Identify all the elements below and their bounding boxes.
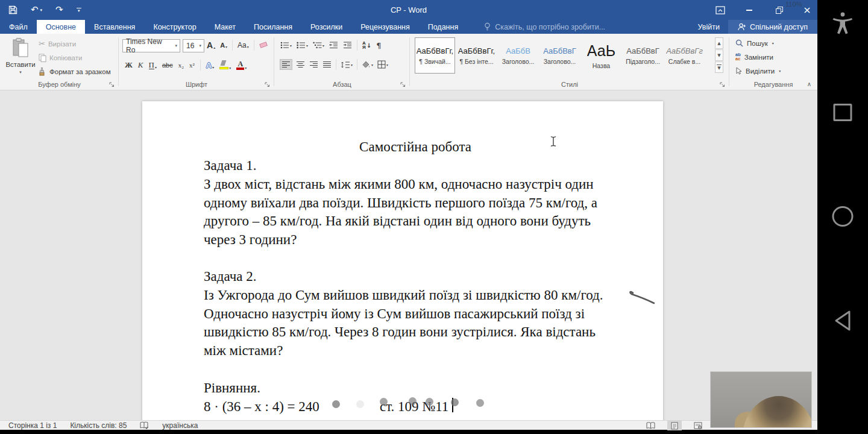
tab-insert[interactable]: Вставлення [85, 20, 144, 34]
tab-layout[interactable]: Макет [206, 20, 245, 34]
paste-label: Вставити [5, 61, 35, 68]
webcam-overlay [710, 371, 812, 428]
styles-scroll-up-button[interactable]: ▲ [715, 37, 723, 49]
cut-button[interactable]: ✂ Вирізати [39, 39, 111, 49]
copy-button[interactable]: Копіювати [39, 52, 111, 63]
font-color-button[interactable]: А▾ [236, 61, 247, 70]
align-left-button[interactable] [280, 60, 292, 69]
sign-in-button[interactable]: Увійти [690, 20, 728, 34]
share-button[interactable]: Спільний доступ [728, 20, 817, 34]
tab-view[interactable]: Подання [419, 20, 467, 34]
android-recents-button[interactable] [834, 104, 852, 121]
restore-button[interactable] [773, 5, 784, 16]
document-page[interactable]: Самостійна робота Задача 1. З двох міст,… [142, 101, 663, 420]
bold-button[interactable]: Ж [125, 60, 133, 70]
justify-button[interactable] [322, 61, 332, 68]
tab-review[interactable]: Рецензування [351, 20, 418, 34]
clipboard-dialog-launcher[interactable] [109, 82, 115, 87]
tab-mailings[interactable]: Розсилки [301, 20, 351, 34]
format-painter-button[interactable]: Формат за зразком [39, 66, 111, 77]
annotation-dot [356, 400, 364, 408]
line-spacing-button[interactable]: ▾ [341, 61, 353, 69]
page-indicator[interactable]: Сторінка 1 із 1 [8, 421, 57, 430]
zoom-level[interactable]: 110% [785, 1, 802, 8]
ribbon-display-options-button[interactable] [715, 5, 726, 16]
paragraph-dialog-launcher[interactable] [400, 82, 406, 87]
multilevel-list-button[interactable]: ▾ [313, 42, 324, 49]
font-dialog-launcher[interactable] [265, 82, 270, 87]
font-name-combo[interactable]: Times New Ro ▾ [122, 39, 180, 52]
dialog-launcher-icon [400, 82, 406, 87]
proofing-icon[interactable] [140, 421, 149, 429]
annotation-dot [476, 399, 484, 407]
shading-button[interactable]: ▾ [362, 61, 373, 69]
find-label: Пошук [747, 40, 768, 47]
underline-button[interactable]: П▾ [149, 61, 157, 69]
highlighter-icon [219, 60, 228, 70]
replace-button[interactable]: abac Замінити [735, 52, 781, 62]
replace-label: Замінити [744, 54, 773, 61]
decrease-indent-button[interactable] [329, 42, 338, 49]
styles-dialog-launcher[interactable] [720, 82, 725, 87]
style-heading2[interactable]: АаБбВвГЗаголово... [539, 37, 580, 74]
style-no-spacing[interactable]: АаБбВвГг,¶ Без інте... [456, 37, 497, 74]
paragraph-group: ▾ ▾ ▾ [274, 34, 410, 90]
align-center-button[interactable] [296, 61, 305, 68]
paste-button[interactable]: Вставити ▾ [5, 38, 36, 81]
tab-references[interactable]: Посилання [245, 20, 301, 34]
styles-more-button[interactable]: ▼ [715, 61, 723, 73]
style-title[interactable]: АаЬНазва [581, 37, 621, 74]
minimize-button[interactable] [744, 5, 755, 16]
language-indicator[interactable]: українська [162, 421, 198, 430]
tab-home[interactable]: Основне [37, 20, 85, 34]
styles-scroll-down-button[interactable]: ▼ [715, 49, 723, 61]
change-case-button[interactable]: Aa▾ [237, 42, 249, 49]
read-mode-button[interactable] [643, 421, 659, 430]
tab-file[interactable]: Файл [0, 20, 37, 34]
up-icon: ▲ [717, 41, 720, 46]
select-button[interactable]: Виділити ▾ [735, 66, 781, 76]
italic-button[interactable]: К [138, 60, 143, 70]
paragraph-group-label: Абзац [274, 81, 410, 88]
close-button[interactable]: × [802, 5, 813, 16]
superscript-button[interactable]: х² [189, 61, 195, 69]
share-person-icon [738, 23, 746, 31]
bullets-button[interactable]: ▾ [280, 42, 292, 49]
close-icon: × [803, 4, 811, 16]
accessibility-button[interactable] [830, 11, 855, 35]
collapse-ribbon-button[interactable]: ∧ [807, 81, 811, 87]
shrink-font-button[interactable]: А▾ [220, 42, 227, 49]
android-home-button[interactable] [832, 206, 854, 227]
show-formatting-button[interactable]: ¶ [376, 41, 381, 50]
task1-line: другого – 85 км/год. На якій відстані од… [204, 212, 591, 231]
font-size-combo[interactable]: 16 ▾ [183, 39, 204, 52]
find-button[interactable]: Пошук ▾ [735, 38, 781, 48]
tab-design[interactable]: Конструктор [144, 20, 205, 34]
style-subtle-emphasis[interactable]: АаБбВвГгСлабке в... [664, 37, 705, 74]
read-mode-icon [646, 422, 655, 429]
text-effects-button[interactable]: А▾ [206, 61, 214, 69]
word-count[interactable]: Кількість слів: 85 [70, 421, 127, 430]
clear-formatting-button[interactable] [259, 42, 268, 49]
android-back-button[interactable] [832, 309, 853, 332]
style-subtitle[interactable]: АаБбВвГПідзаголо... [623, 37, 663, 74]
align-right-button[interactable] [309, 61, 318, 68]
document-canvas[interactable]: Самостійна робота Задача 1. З двох міст,… [0, 90, 817, 420]
web-layout-button[interactable] [690, 421, 706, 430]
strikethrough-button[interactable]: abc [162, 61, 173, 69]
highlight-button[interactable]: ▾ [219, 60, 231, 70]
increase-indent-button[interactable] [343, 42, 352, 49]
borders-button[interactable]: ▾ [377, 60, 388, 69]
pen-stroke-annotation [626, 288, 658, 306]
style-heading1[interactable]: АаБбВЗаголово... [498, 37, 538, 74]
paint-bucket-icon [362, 61, 371, 69]
sort-button[interactable]: АЯ ↓ [362, 41, 371, 49]
print-layout-button[interactable] [667, 421, 682, 430]
grow-font-button[interactable]: А▴ [207, 41, 215, 49]
equation-heading: Рівняння. [204, 379, 260, 398]
subscript-button[interactable]: х₂ [178, 61, 184, 69]
font-color-icon: А [236, 61, 244, 70]
style-normal[interactable]: АаБбВвГг,¶ Звичай... [415, 37, 455, 74]
tell-me-box[interactable]: Скажіть, що потрібно зробити... [484, 20, 605, 34]
numbering-button[interactable]: ▾ [297, 42, 308, 49]
